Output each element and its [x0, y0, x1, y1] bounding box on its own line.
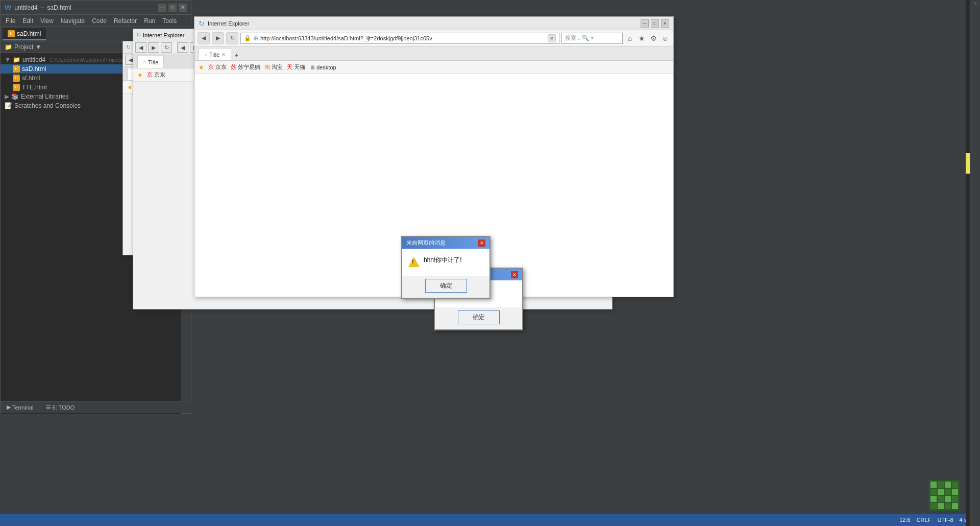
bw1-star-icon[interactable]: ★ — [636, 33, 647, 43]
status-position: 12:6 — [899, 517, 910, 523]
warning-exclaim: ! — [412, 259, 414, 265]
mc-cell-6 — [937, 488, 944, 495]
mc-cell-15 — [944, 503, 951, 510]
menu-refactor[interactable]: Refactor — [111, 16, 140, 26]
status-encoding: UTF-8 — [937, 517, 953, 523]
ide-tab-sad[interactable]: H saD.html — [3, 28, 46, 40]
bw1-restore-button[interactable]: □ — [651, 19, 659, 28]
right-scrollbar[interactable] — [966, 0, 970, 526]
bw1-close-button[interactable]: ✕ — [661, 19, 669, 28]
bw2-forward-button[interactable]: ▶ — [148, 42, 159, 53]
expand-icon: ▼ — [5, 56, 11, 63]
bw1-fav-desktop-label: desktop — [316, 64, 336, 70]
bw1-fav-star-icon: ★ — [199, 64, 204, 71]
sf-file-icon: H — [13, 75, 20, 82]
bw1-fav-star[interactable]: ★ — [199, 64, 204, 71]
bw1-settings-icon[interactable]: ⚙ — [648, 33, 658, 43]
bw1-home-icon[interactable]: ⌂ — [625, 33, 635, 43]
bw1-refresh-icon: ↻ — [199, 19, 205, 28]
ide-titlebar: W untitled4 – saD.html — □ ✕ — [1, 1, 191, 15]
todo-tab[interactable]: ☰ 6: TODO — [42, 403, 79, 412]
external-label: External Libraries — [21, 93, 68, 100]
status-line-ending: CRLF — [917, 517, 932, 523]
bw1-fav-desktop-icon: 🖥 — [309, 64, 315, 70]
dialog1-ok-button[interactable]: 确定 — [425, 279, 467, 293]
mc-cell-10 — [937, 495, 944, 503]
bw3-fav-star[interactable]: ★ — [127, 84, 133, 91]
scrollbar-thumb[interactable] — [966, 153, 970, 174]
bw1-tab[interactable]: ○ Title ✕ — [199, 48, 231, 60]
dialog1-titlebar: 来自网页的消息 ✕ — [402, 237, 489, 249]
menu-view[interactable]: View — [37, 16, 57, 26]
bw1-titlebar: ↻ Internet Explorer — □ ✕ — [194, 17, 673, 30]
mc-cell-3 — [944, 481, 951, 488]
sf-file-label: sf.html — [22, 75, 40, 82]
project-header-left[interactable]: 📁 Project ▼ — [5, 43, 41, 51]
bw1-new-tab-button[interactable]: + — [231, 50, 241, 60]
bw1-refresh-button[interactable]: ↻ — [226, 32, 238, 44]
bw2-title: Internet Explorer — [143, 32, 184, 38]
mc-block-face — [929, 480, 960, 511]
status-bar: 12:6 CRLF UTF-8 4 spac — [0, 514, 980, 526]
external-expand-icon: ▶ — [5, 93, 9, 100]
right-sidebar: ≡ — [970, 0, 980, 526]
bw1-forward-button[interactable]: ▶ — [212, 32, 224, 44]
bw1-address-bar[interactable]: 🔒 ⊕ http://localhost:63343/untitled4/saD… — [240, 33, 559, 44]
bw1-fav-taobao[interactable]: 淘 淘宝 — [264, 63, 283, 71]
dialog2-ok-button[interactable]: 确定 — [458, 310, 500, 324]
bw1-tabbar: ○ Title ✕ + — [194, 46, 673, 61]
dialog1-title: 来自网页的消息 — [406, 239, 446, 247]
mc-cell-7 — [944, 488, 951, 495]
mc-cell-16 — [951, 503, 959, 510]
menu-edit[interactable]: Edit — [19, 16, 36, 26]
bw1-fav-snm-label: 苏宁易购 — [238, 63, 260, 71]
bw2-back2-button[interactable]: ◀ — [177, 42, 188, 53]
bw1-fav-tmall[interactable]: 天 天猫 — [287, 63, 305, 71]
bw1-smiley-icon[interactable]: ☺ — [660, 33, 670, 43]
bw2-fav-jd[interactable]: 京 京东 — [147, 71, 165, 79]
bw3-refresh-icon: ↻ — [126, 44, 131, 51]
bw2-refresh-button[interactable]: ↻ — [161, 42, 172, 53]
terminal-tab[interactable]: ▶ Terminal — [3, 403, 38, 412]
tte-file-label: TTE.html — [22, 84, 47, 91]
bw2-tab[interactable]: ○ Title — [137, 56, 164, 68]
mc-cell-2 — [937, 481, 944, 488]
ide-minimize-button[interactable]: — — [158, 4, 166, 12]
mc-cell-1 — [930, 481, 937, 488]
menu-navigate[interactable]: Navigate — [58, 16, 88, 26]
bw1-toolbar: ◀ ▶ ↻ 🔒 ⊕ http://localhost:63343/untitle… — [194, 30, 673, 46]
bw1-fav-snm[interactable]: 苏 苏宁易购 — [231, 63, 260, 71]
dialog1-close-button[interactable]: ✕ — [478, 240, 485, 247]
sad-file-label: saD.html — [22, 65, 46, 73]
minecraft-block — [929, 480, 960, 511]
bw2-back-button[interactable]: ◀ — [135, 42, 146, 53]
bw1-tab-title: Title — [209, 52, 219, 58]
menu-tools[interactable]: Tools — [159, 16, 180, 26]
chevron-down-icon: ▼ — [35, 43, 41, 51]
bw1-search-bar[interactable]: 搜索... 🔍 ▼ — [561, 33, 623, 44]
mc-cell-11 — [944, 495, 951, 503]
menu-code[interactable]: Code — [89, 16, 110, 26]
bw1-tab-close-button[interactable]: ✕ — [222, 52, 226, 57]
mc-cell-12 — [951, 495, 959, 503]
bw2-fav-star[interactable]: ★ — [137, 71, 143, 79]
project-label: Project — [14, 43, 33, 51]
bw1-fav-snm-icon: 苏 — [231, 63, 236, 71]
bw1-fav-jd[interactable]: 京 京东 — [208, 63, 227, 71]
bw1-back-button[interactable]: ◀ — [198, 32, 210, 44]
mc-cell-5 — [930, 488, 937, 495]
dialog1-warning-icon: ! — [408, 257, 420, 269]
ide-maximize-button[interactable]: □ — [168, 4, 177, 12]
bw1-fav-desktop[interactable]: 🖥 desktop — [309, 64, 336, 70]
menu-run[interactable]: Run — [141, 16, 158, 26]
warning-triangle-icon: ! — [408, 257, 420, 267]
dialog2-close-button[interactable]: ✕ — [511, 271, 518, 278]
tte-file-icon: H — [13, 84, 20, 91]
bw1-minimize-button[interactable]: — — [641, 19, 649, 28]
bw1-fav-tmall-label: 天猫 — [294, 63, 305, 71]
ide-close-button[interactable]: ✕ — [179, 4, 187, 12]
bw1-address-clear-button[interactable]: ✕ — [548, 34, 556, 42]
mc-cell-14 — [937, 503, 944, 510]
dialog2-footer: 确定 — [435, 307, 522, 329]
menu-file[interactable]: File — [3, 16, 18, 26]
